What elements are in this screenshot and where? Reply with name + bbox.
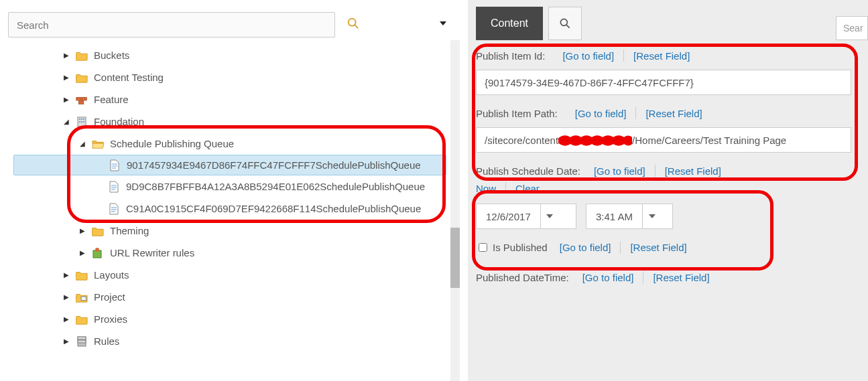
goto-field-link[interactable]: [Go to field] (562, 50, 614, 62)
reset-field-link[interactable]: [Reset Field] (645, 108, 702, 119)
expand-icon[interactable]: ▶ (62, 293, 71, 301)
date-value: 12/6/2017 (477, 211, 540, 222)
svg-rect-8 (83, 119, 84, 120)
tree-node-theming[interactable]: ▶ Theming (13, 220, 446, 242)
tree-node-foundation[interactable]: ◢ Foundation (13, 110, 446, 133)
chevron-down-icon (649, 214, 656, 218)
goto-field-link[interactable]: [Go to field] (582, 272, 634, 283)
publish-item-path-value[interactable]: /sitecore/content/Home/Careers/Test Trai… (476, 127, 851, 153)
item-search-input[interactable]: Sear (836, 16, 868, 40)
field-editor: Publish Item Id: [Go to field] [Reset Fi… (468, 40, 868, 381)
svg-rect-4 (79, 100, 84, 104)
time-input[interactable]: 3:41 AM (586, 204, 673, 229)
tab-strip: Content (468, 7, 582, 40)
svg-rect-9 (79, 121, 80, 123)
building-icon (75, 116, 88, 128)
tree-label: Schedule Publishing Queue (110, 138, 234, 149)
publish-item-id-value[interactable]: {90174579-34E9-467D-86F7-4FFC47FCFFF7} (476, 70, 851, 95)
folder-icon (75, 313, 88, 325)
tree-node-project[interactable]: ▶ Project (13, 286, 446, 308)
separator (655, 165, 656, 177)
search-options-dropdown[interactable] (440, 21, 446, 25)
tree-label: Layouts (94, 269, 129, 281)
collapse-icon[interactable]: ◢ (78, 140, 87, 147)
svg-rect-26 (78, 340, 86, 343)
expand-icon[interactable]: ▶ (78, 227, 87, 234)
cabinet-icon (75, 335, 88, 348)
reset-field-link[interactable]: [Reset Field] (653, 272, 709, 283)
expand-icon[interactable]: ▶ (62, 315, 71, 323)
field-label: Is Published (493, 242, 548, 253)
collapse-icon[interactable]: ◢ (62, 118, 71, 125)
field-label: Publish Schedule Date: (476, 165, 580, 177)
clear-link[interactable]: Clear (515, 183, 540, 194)
document-icon (108, 159, 121, 171)
field-label: Published DateTime: (476, 272, 569, 283)
tree-node-layouts[interactable]: ▶ Layouts (13, 264, 446, 286)
tree-search-container[interactable] (8, 12, 335, 37)
now-link[interactable]: Now (476, 183, 496, 194)
reset-field-link[interactable]: [Reset Field] (633, 50, 690, 62)
search-icon[interactable] (346, 16, 361, 31)
tree-label: C91A0C1915CF4F069D7EF9422668F114Schedule… (126, 203, 421, 214)
field-is-published: Is Published [Go to field] [Reset Field] (476, 241, 868, 254)
redacted-segment (558, 135, 632, 146)
pane-divider[interactable] (460, 0, 468, 381)
separator (635, 107, 636, 119)
scrollbar-track[interactable] (450, 40, 460, 381)
time-dropdown[interactable] (642, 204, 661, 228)
svg-rect-23 (81, 297, 86, 300)
reset-field-link[interactable]: [Reset Field] (630, 242, 686, 253)
tab-content[interactable]: Content (476, 7, 543, 40)
tab-label: Content (491, 17, 528, 29)
expand-icon[interactable]: ▶ (78, 249, 87, 256)
tree-label: Rules (94, 335, 119, 347)
tree-node-proxies[interactable]: ▶ Proxies (13, 308, 446, 330)
scrollbar-thumb[interactable] (450, 228, 460, 288)
goto-field-link[interactable]: [Go to field] (575, 108, 627, 119)
tree-label: Proxies (94, 313, 127, 325)
tab-search[interactable] (548, 7, 582, 40)
tree-node-url-rewriter[interactable]: ▶ URL Rewriter rules (13, 242, 446, 264)
tree-node-queue-item-2[interactable]: 9D9C8B7FBFFB4A12A3A8B5294E01E062Schedule… (13, 175, 446, 198)
tree-node-rules[interactable]: ▶ Rules (13, 330, 446, 352)
goto-field-link[interactable]: [Go to field] (594, 165, 645, 177)
expand-icon[interactable]: ▶ (62, 96, 71, 103)
datetime-inputs: 12/6/2017 3:41 AM (476, 204, 868, 229)
tree-node-queue-item-3[interactable]: C91A0C1915CF4F069D7EF9422668F114Schedule… (13, 198, 446, 220)
tree-node-schedule-publishing-queue[interactable]: ◢ Schedule Publishing Queue (13, 133, 446, 155)
tree-node-content-testing[interactable]: ▶ Content Testing (13, 66, 446, 88)
expand-icon[interactable]: ▶ (62, 52, 71, 59)
tree-node-feature[interactable]: ▶ Feature (13, 88, 446, 110)
value-text-post: /Home/Careers/Test Training Page (632, 135, 786, 146)
value-text: {90174579-34E9-467D-86F7-4FFC47FCFFF7} (485, 77, 694, 88)
tree-node-buckets[interactable]: ▶ Buckets (13, 44, 446, 66)
tree-node-queue-item-1[interactable]: 9017457934E9467D86F74FFC47FCFFF7Schedule… (13, 155, 446, 175)
separator (643, 271, 643, 283)
tree-label: 9D9C8B7FBFFB4A12A3A8B5294E01E062Schedule… (126, 181, 425, 192)
folder-open-icon (91, 138, 105, 150)
date-dropdown[interactable] (540, 204, 559, 228)
tree-search-input[interactable] (15, 19, 328, 31)
is-published-checkbox[interactable] (479, 243, 487, 252)
date-input[interactable]: 12/6/2017 (476, 204, 576, 229)
folder-icon (75, 269, 88, 281)
content-tree: ▶ Buckets ▶ Content Testing ▶ Feature ◢ … (13, 44, 446, 352)
document-icon (107, 181, 121, 193)
expand-icon[interactable]: ▶ (62, 74, 71, 81)
field-header-publish-schedule-date: Publish Schedule Date: [Go to field] [Re… (476, 165, 868, 177)
separator (505, 182, 506, 194)
svg-rect-6 (79, 119, 80, 120)
expand-icon[interactable]: ▶ (62, 271, 71, 279)
reset-field-link[interactable]: [Reset Field] (665, 165, 721, 177)
tree-label: Foundation (94, 116, 144, 127)
svg-line-28 (566, 25, 570, 28)
field-header-published-datetime: Published DateTime: [Go to field] [Reset… (476, 271, 868, 283)
date-quick-links: Now Clear (476, 182, 868, 194)
goto-field-link[interactable]: [Go to field] (560, 242, 611, 253)
expand-icon[interactable]: ▶ (62, 337, 71, 345)
svg-point-22 (95, 248, 99, 252)
field-header-publish-item-path: Publish Item Path: [Go to field] [Reset … (476, 107, 868, 119)
folder-icon (75, 72, 88, 84)
svg-rect-25 (78, 337, 86, 339)
